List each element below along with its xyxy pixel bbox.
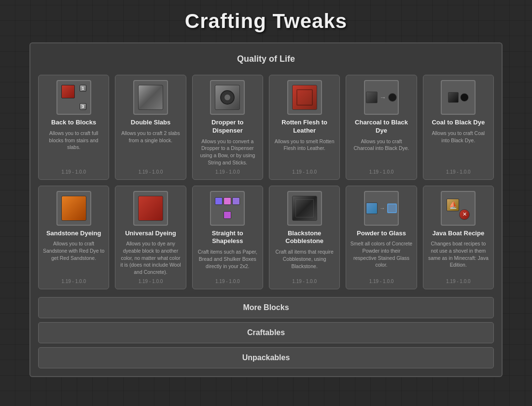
- card-title-double-slabs: Double Slabs: [131, 119, 170, 127]
- card-universal-dyeing[interactable]: Universal Dyeing Allows you to dye any d…: [115, 186, 186, 289]
- card-icon-back-to-blocks: 1 3: [56, 80, 91, 115]
- card-title-powder-to-glass: Powder to Glass: [357, 230, 406, 238]
- card-back-to-blocks[interactable]: 1 3 Back to Blocks Allows you to craft f…: [38, 75, 109, 180]
- card-straight-to-shapeless[interactable]: Straight to Shapeless Craft items such a…: [192, 186, 263, 289]
- card-title-back-to-blocks: Back to Blocks: [51, 119, 96, 127]
- card-icon-powder-to-glass: →: [364, 191, 399, 226]
- icon-container-straight-to-shapeless: [211, 192, 244, 225]
- card-coal-to-black-dye[interactable]: Coal to Black Dye Allows you to craft Co…: [423, 75, 494, 180]
- card-version-java-boat-recipe: 1.19 - 1.0.0: [446, 279, 471, 284]
- card-icon-blackstone-cobblestone: [287, 191, 322, 226]
- icon-container-back-to-blocks: 1 3: [57, 81, 90, 114]
- icon-container-java-boat-recipe: ⛵ ✕: [442, 192, 475, 225]
- card-desc-universal-dyeing: Allows you to dye any dyeable block to a…: [119, 240, 182, 275]
- craftables-header[interactable]: Craftables: [38, 322, 494, 343]
- card-icon-double-slabs: [133, 80, 168, 115]
- card-desc-sandstone-dyeing: Allows you to craft Sandstone with Red D…: [42, 240, 105, 275]
- card-title-rotten-flesh-to-leather: Rotten Flesh to Leather: [273, 119, 336, 135]
- card-dropper-to-dispenser[interactable]: Dropper to Dispenser Allows you to conve…: [192, 75, 263, 180]
- card-icon-rotten-flesh-to-leather: [287, 80, 322, 115]
- card-icon-dropper-to-dispenser: [210, 80, 245, 115]
- card-java-boat-recipe[interactable]: ⛵ ✕ Java Boat Recipe Changes boat recipe…: [423, 186, 494, 289]
- card-icon-coal-to-black-dye: [441, 80, 476, 115]
- card-title-coal-to-black-dye: Coal to Black Dye: [432, 119, 485, 127]
- icon-container-universal-dyeing: [134, 192, 167, 225]
- card-desc-dropper-to-dispenser: Allows you to convert a Dropper to a Dis…: [196, 138, 259, 166]
- card-desc-rotten-flesh-to-leather: Allows you to smelt Rotten Flesh into Le…: [273, 138, 336, 166]
- card-icon-java-boat-recipe: ⛵ ✕: [441, 191, 476, 226]
- card-title-java-boat-recipe: Java Boat Recipe: [432, 230, 484, 238]
- icon-container-powder-to-glass: →: [365, 192, 398, 225]
- card-icon-sandstone-dyeing: [56, 191, 91, 226]
- more-blocks-header[interactable]: More Blocks: [38, 297, 494, 318]
- icon-container-sandstone-dyeing: [57, 192, 90, 225]
- card-icon-charcoal-to-black-dye: →: [364, 80, 399, 115]
- icon-container-coal-to-black-dye: [442, 81, 475, 114]
- card-title-straight-to-shapeless: Straight to Shapeless: [196, 230, 259, 246]
- card-desc-straight-to-shapeless: Craft items such as Paper, Bread and Shu…: [196, 248, 259, 276]
- card-icon-straight-to-shapeless: [210, 191, 245, 226]
- card-title-sandstone-dyeing: Sandstone Dyeing: [46, 230, 101, 238]
- icon-container-double-slabs: [134, 81, 167, 114]
- icon-container-blackstone-cobblestone: [288, 192, 321, 225]
- card-charcoal-to-black-dye[interactable]: → Charcoal to Black Dye Allows you to cr…: [346, 75, 417, 180]
- card-title-universal-dyeing: Universal Dyeing: [125, 230, 176, 238]
- card-desc-double-slabs: Allows you to craft 2 slabs from a singl…: [119, 130, 182, 166]
- card-blackstone-cobblestone[interactable]: Blackstone Cobblestone Craft all items t…: [269, 186, 340, 289]
- quality-of-life-header: Quality of Life: [38, 51, 494, 67]
- card-desc-coal-to-black-dye: Allows you to craft Coal into Black Dye.: [427, 130, 490, 166]
- card-rotten-flesh-to-leather[interactable]: Rotten Flesh to Leather Allows you to sm…: [269, 75, 340, 180]
- card-version-coal-to-black-dye: 1.19 - 1.0.0: [446, 169, 471, 175]
- card-desc-charcoal-to-black-dye: Allows you to craft Charcoal into Black …: [350, 138, 412, 166]
- card-title-dropper-to-dispenser: Dropper to Dispenser: [196, 119, 259, 135]
- card-version-rotten-flesh-to-leather: 1.19 - 1.0.0: [292, 169, 317, 175]
- icon-container-dropper-to-dispenser: [211, 81, 244, 114]
- page-title: Crafting Tweaks: [185, 10, 347, 33]
- card-version-powder-to-glass: 1.19 - 1.0.0: [369, 279, 394, 284]
- card-version-universal-dyeing: 1.19 - 1.0.0: [139, 279, 163, 284]
- card-desc-back-to-blocks: Allows you to craft full blocks from sta…: [42, 130, 105, 166]
- card-double-slabs[interactable]: Double Slabs Allows you to craft 2 slabs…: [115, 75, 186, 180]
- card-desc-powder-to-glass: Smelt all colors of Concrete Powder into…: [350, 240, 412, 275]
- card-icon-universal-dyeing: [133, 191, 168, 226]
- icon-container-rotten-flesh-to-leather: [288, 81, 321, 114]
- card-version-straight-to-shapeless: 1.19 - 1.0.0: [215, 279, 240, 284]
- icon-container-charcoal-to-black-dye: →: [365, 81, 398, 114]
- card-desc-java-boat-recipe: Changes boat recipes to not use a shovel…: [427, 240, 490, 275]
- card-title-charcoal-to-black-dye: Charcoal to Black Dye: [350, 119, 412, 135]
- card-powder-to-glass[interactable]: → Powder to Glass Smelt all colors of Co…: [346, 186, 417, 289]
- card-version-charcoal-to-black-dye: 1.19 - 1.0.0: [369, 169, 394, 175]
- cards-grid-row1: 1 3 Back to Blocks Allows you to craft f…: [38, 75, 494, 289]
- card-version-dropper-to-dispenser: 1.19 - 1.0.0: [215, 169, 240, 175]
- card-version-blackstone-cobblestone: 1.19 - 1.0.0: [292, 279, 317, 284]
- unpackables-header[interactable]: Unpackables: [38, 347, 494, 368]
- card-version-back-to-blocks: 1.19 - 1.0.0: [61, 169, 86, 175]
- card-title-blackstone-cobblestone: Blackstone Cobblestone: [273, 230, 336, 246]
- bottom-sections: More Blocks Craftables Unpackables: [38, 297, 494, 368]
- card-desc-blackstone-cobblestone: Craft all items that require Cobblestone…: [273, 248, 336, 276]
- main-container: Quality of Life 1 3 Back to Blocks Allow…: [29, 42, 503, 377]
- card-sandstone-dyeing[interactable]: Sandstone Dyeing Allows you to craft San…: [38, 186, 109, 289]
- card-version-sandstone-dyeing: 1.19 - 1.0.0: [61, 279, 86, 284]
- card-version-double-slabs: 1.19 - 1.0.0: [139, 169, 163, 175]
